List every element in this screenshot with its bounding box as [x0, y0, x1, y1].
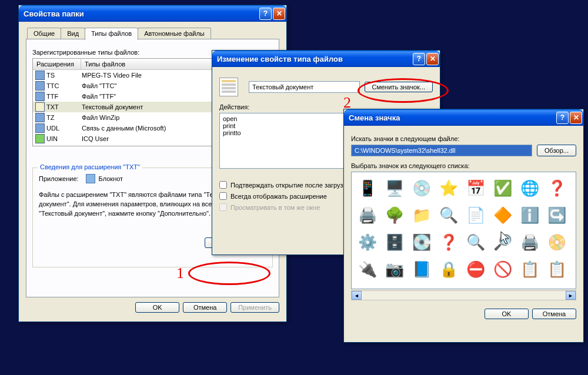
icon-cell[interactable]: 📁: [409, 203, 434, 227]
icon-cell[interactable]: ⚙️: [355, 230, 380, 255]
cancel-button[interactable]: Отмена: [183, 302, 227, 313]
titlebar[interactable]: Свойства папки ? ✕: [19, 5, 286, 22]
icon-cell[interactable]: 💿: [409, 176, 434, 200]
scroll-left-icon[interactable]: ◄: [352, 291, 362, 300]
tab-view[interactable]: Вид: [61, 28, 85, 39]
window-title: Свойства папки: [24, 9, 259, 18]
icon-cell[interactable]: 🔍: [463, 230, 488, 255]
app-name: Блокнот: [99, 175, 123, 182]
icon-cell[interactable]: 🔌: [355, 257, 380, 282]
titlebar[interactable]: Изменение свойств типа файлов ? ✕: [212, 51, 440, 67]
close-button[interactable]: ✕: [273, 8, 285, 20]
icon-cell[interactable]: 📷: [382, 257, 407, 282]
cancel-button[interactable]: Отмена: [532, 309, 576, 319]
help-button[interactable]: ?: [259, 8, 272, 20]
scroll-track[interactable]: [362, 291, 566, 300]
icon-cell[interactable]: ❓: [544, 176, 569, 200]
help-button[interactable]: ?: [556, 112, 569, 124]
icon-cell[interactable]: 🔶: [490, 203, 515, 227]
help-button[interactable]: ?: [413, 53, 425, 65]
icon-cell[interactable]: 🖨️: [517, 230, 542, 255]
close-button[interactable]: ✕: [570, 112, 582, 124]
icon-cell[interactable]: ✅: [490, 176, 515, 200]
icon-cell[interactable]: 🌳: [382, 203, 407, 227]
filetype-icon: [35, 71, 45, 80]
close-button[interactable]: ✕: [426, 53, 439, 65]
icon-list-label: Выбрать значок из следующего списка:: [351, 162, 576, 169]
filetype-icon: [35, 123, 45, 133]
titlebar[interactable]: Смена значка ? ✕: [344, 109, 583, 126]
filetype-large-icon: [219, 78, 238, 96]
icon-cell[interactable]: 🖥️: [382, 176, 407, 200]
notepad-small-icon: [86, 174, 95, 183]
icon-cell[interactable]: 🔒: [436, 257, 461, 282]
change-icon-button[interactable]: Сменить значок...: [365, 82, 433, 92]
tab-offline[interactable]: Автономные файлы: [138, 28, 211, 39]
path-input[interactable]: [351, 145, 532, 156]
icon-cell[interactable]: 📄: [463, 203, 488, 227]
icon-cell[interactable]: 🔍: [436, 203, 461, 227]
icon-cell[interactable]: 🗄️: [382, 230, 407, 255]
app-label: Приложение:: [39, 175, 79, 182]
ok-button[interactable]: OK: [485, 309, 529, 319]
browse-button[interactable]: Обзор...: [537, 145, 576, 156]
scroll-right-icon[interactable]: ►: [566, 291, 576, 300]
icon-cell[interactable]: 📅: [463, 176, 488, 200]
icon-cell[interactable]: 💽: [409, 230, 434, 255]
icon-cell[interactable]: 🔎: [490, 230, 515, 255]
tab-general[interactable]: Общие: [27, 28, 61, 39]
horizontal-scrollbar[interactable]: ◄ ►: [351, 290, 576, 300]
path-label: Искать значки в следующем файле:: [351, 135, 576, 142]
filetype-icon: [35, 134, 45, 143]
window-title: Изменение свойств типа файлов: [217, 55, 413, 63]
col-ext[interactable]: Расширения: [33, 59, 81, 69]
icon-cell[interactable]: 📋: [517, 257, 542, 282]
filetype-icon: [35, 102, 45, 112]
filetype-icon: [35, 113, 45, 122]
icon-cell[interactable]: ❓: [436, 230, 461, 255]
icon-cell[interactable]: ⭐: [436, 176, 461, 200]
icon-cell[interactable]: 📘: [409, 257, 434, 282]
filetype-icon: [35, 92, 45, 101]
window-title: Смена значка: [349, 113, 556, 122]
icon-cell[interactable]: 🌐: [517, 176, 542, 200]
type-name-input[interactable]: [249, 81, 360, 93]
tabs: Общие Вид Типы файлов Автономные файлы: [27, 28, 279, 39]
ok-button[interactable]: OK: [135, 302, 179, 313]
icon-grid[interactable]: 📱🖥️💿⭐📅✅🌐❓🖨️🌳📁🔍📄🔶ℹ️↪️⚙️🗄️💽❓🔍🔎🖨️📀🔌📷📘🔒⛔🚫📋📋: [351, 172, 576, 289]
icon-cell[interactable]: 📋: [544, 257, 569, 282]
icon-cell[interactable]: ↪️: [544, 203, 569, 227]
icon-cell[interactable]: 🚫: [490, 257, 515, 282]
tab-filetypes[interactable]: Типы файлов: [85, 28, 138, 40]
icon-cell[interactable]: ℹ️: [517, 203, 542, 227]
icon-cell[interactable]: 📱: [355, 176, 380, 200]
icon-cell[interactable]: ⛔: [463, 257, 488, 282]
filetype-icon: [35, 81, 45, 91]
change-icon-window: Смена значка ? ✕ Искать значки в следующ…: [343, 109, 584, 343]
apply-button[interactable]: Применить: [230, 302, 279, 313]
icon-cell[interactable]: 🖨️: [355, 203, 380, 227]
groupbox-title: Сведения для расширения "TXT": [38, 163, 142, 170]
icon-cell[interactable]: 📀: [544, 230, 569, 255]
